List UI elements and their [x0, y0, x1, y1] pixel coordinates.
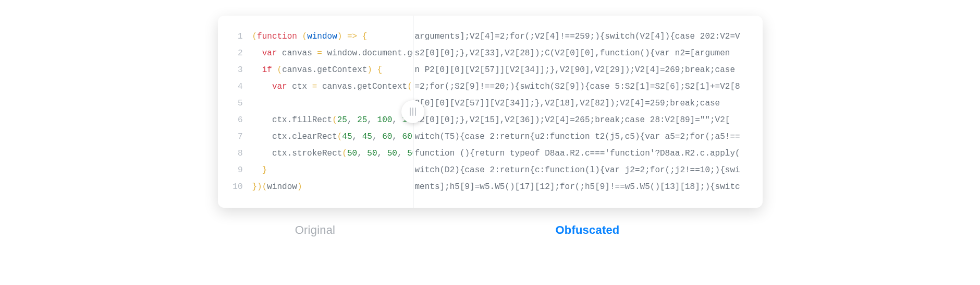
original-code: 1(function (window) => {2 var canvas = w…	[228, 28, 413, 195]
code-content: })(window)	[252, 179, 302, 195]
original-pane: 1(function (window) => {2 var canvas = w…	[218, 16, 413, 208]
code-line: witch(T5){case 2:return{u2:function t2(j…	[415, 128, 752, 145]
code-line: s2[0][0];},V2[33],V2[28]);C(V2[0][0],fun…	[415, 45, 752, 62]
code-content: }	[252, 162, 267, 179]
line-number: 9	[228, 162, 243, 179]
code-line: witch(D2){case 2:return{c:function(l){va…	[415, 162, 752, 179]
comparison-card: 1(function (window) => {2 var canvas = w…	[218, 16, 763, 208]
code-line: 5	[228, 95, 413, 112]
split-handle[interactable]	[401, 100, 424, 123]
code-line: 8 ctx.strokeRect(50, 50, 50, 50);	[228, 145, 413, 162]
code-content: (function (window) => {	[252, 28, 368, 45]
code-line: 7 ctx.clearRect(45, 45, 60, 60);	[228, 128, 413, 145]
code-line: 2[0][0][V2[57]][V2[34]];},V2[18],V2[82])…	[415, 95, 752, 112]
code-line: 1(function (window) => {	[228, 28, 413, 45]
code-line: =2;for(;S2[9]!==20;){switch(S2[9]){case …	[415, 78, 752, 95]
code-content: var ctx = canvas.getContext('2d	[252, 78, 413, 95]
line-number: 4	[228, 78, 243, 95]
code-line: function (){return typeof D8aa.R2.c==='f…	[415, 145, 752, 162]
label-original: Original	[218, 223, 413, 237]
line-number: 7	[228, 128, 243, 145]
code-content: if (canvas.getContext) {	[252, 62, 383, 78]
code-line: 10})(window)	[228, 179, 413, 195]
line-number: 8	[228, 145, 243, 162]
line-number: 2	[228, 45, 243, 62]
code-content: ctx.strokeRect(50, 50, 50, 50);	[252, 145, 413, 162]
code-content: var canvas = window.document.getE	[252, 45, 413, 62]
code-content: ctx.fillRect(25, 25, 100, 100	[252, 112, 413, 128]
obfuscated-pane: arguments];V2[4]=2;for(;V2[4]!==259;){sw…	[413, 16, 763, 208]
line-number: 1	[228, 28, 243, 45]
code-line: 6 ctx.fillRect(25, 25, 100, 100	[228, 112, 413, 128]
code-line: ments];h5[9]=w5.W5()[17][12];for(;h5[9]!…	[415, 179, 752, 195]
code-content: ctx.clearRect(45, 45, 60, 60);	[252, 128, 413, 145]
labels-row: Original Obfuscated	[218, 223, 763, 237]
code-line: 2 var canvas = window.document.getE	[228, 45, 413, 62]
code-line: n P2[0][0][V2[57]][V2[34]];},V2[90],V2[2…	[415, 62, 752, 78]
obfuscated-code: arguments];V2[4]=2;for(;V2[4]!==259;){sw…	[415, 28, 752, 195]
code-line: arguments];V2[4]=2;for(;V2[4]!==259;){sw…	[415, 28, 752, 45]
code-line: 4 var ctx = canvas.getContext('2d	[228, 78, 413, 95]
line-number: 10	[228, 179, 243, 195]
code-line: 3 if (canvas.getContext) {	[228, 62, 413, 78]
line-number: 5	[228, 95, 243, 112]
line-number: 6	[228, 112, 243, 128]
code-line: 9 }	[228, 162, 413, 179]
grip-icon	[410, 108, 416, 116]
code-line: Z2[0][0];},V2[15],V2[36]);V2[4]=265;brea…	[415, 112, 752, 128]
label-obfuscated: Obfuscated	[413, 223, 763, 237]
line-number: 3	[228, 62, 243, 78]
